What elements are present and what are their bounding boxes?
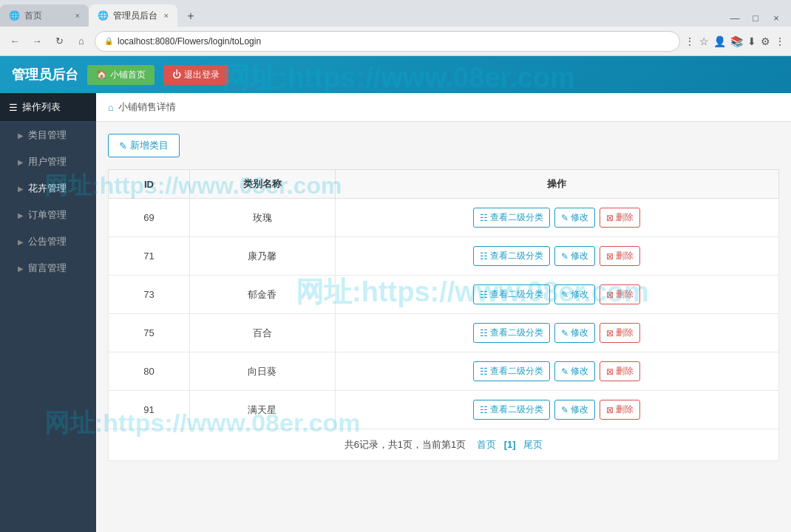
- delete-icon: ⊠: [606, 290, 614, 300]
- breadcrumb-text: 小铺销售详情: [118, 100, 176, 114]
- tab-homepage-label: 首页: [24, 10, 42, 22]
- view-icon: ☷: [480, 405, 488, 415]
- settings-icon[interactable]: ⚙: [761, 35, 770, 47]
- arrow-icon: ▶: [18, 265, 24, 273]
- delete-icon: ⊠: [606, 366, 614, 377]
- sidebar-order-label: 订单管理: [28, 208, 67, 222]
- sidebar-header-label: 操作列表: [22, 100, 61, 114]
- pagination-summary: 共6记录，共1页，当前第1页: [344, 439, 466, 450]
- breadcrumb-home-icon: ⌂: [108, 102, 114, 113]
- sidebar-item-feedback[interactable]: ▶ 留言管理: [0, 255, 96, 282]
- add-icon: ✎: [119, 140, 127, 151]
- table-row: 71 康乃馨 ☷ 查看二级分类 ✎ 修改 ⊠ 删除: [109, 237, 779, 276]
- col-action: 操作: [335, 170, 778, 199]
- tab-bar: 🌐 首页 × 🌐 管理员后台 × + — □ ×: [0, 0, 791, 27]
- browser-right-icons: ⋮ ☆ 👤 📚 ⬇ ⚙ ⋮: [685, 35, 785, 47]
- home-button-app[interactable]: 🏠 小铺首页: [87, 65, 155, 85]
- pagination-pages[interactable]: [1]: [504, 439, 516, 450]
- tab-admin-label: 管理员后台: [113, 10, 157, 22]
- view-subcategory-button[interactable]: ☷ 查看二级分类: [473, 284, 550, 304]
- table-row: 75 百合 ☷ 查看二级分类 ✎ 修改 ⊠ 删除: [109, 314, 779, 352]
- delete-button[interactable]: ⊠ 删除: [600, 246, 640, 266]
- edit-button[interactable]: ✎ 修改: [554, 400, 595, 420]
- cell-actions: ☷ 查看二级分类 ✎ 修改 ⊠ 删除: [335, 199, 778, 237]
- table-row: 80 向日葵 ☷ 查看二级分类 ✎ 修改 ⊠ 删除: [109, 352, 779, 391]
- edit-icon: ✎: [561, 251, 568, 262]
- home-button[interactable]: ⌂: [72, 33, 90, 50]
- edit-button[interactable]: ✎ 修改: [554, 246, 595, 266]
- sidebar-item-flower[interactable]: ▶ 花卉管理: [0, 175, 96, 202]
- minimize-button[interactable]: —: [726, 9, 744, 27]
- edit-button[interactable]: ✎ 修改: [554, 323, 595, 343]
- arrow-icon: ▶: [18, 238, 24, 246]
- new-tab-button[interactable]: +: [180, 6, 201, 27]
- tab-homepage-close[interactable]: ×: [75, 11, 80, 20]
- edit-icon: ✎: [561, 290, 568, 300]
- cell-actions: ☷ 查看二级分类 ✎ 修改 ⊠ 删除: [335, 237, 778, 276]
- view-subcategory-button[interactable]: ☷ 查看二级分类: [473, 361, 550, 381]
- tab-admin[interactable]: 🌐 管理员后台 ×: [89, 4, 177, 27]
- reload-button[interactable]: ↻: [50, 33, 68, 50]
- bookmark-icon[interactable]: ☆: [699, 35, 709, 47]
- menu-icon[interactable]: ⋮: [775, 35, 785, 47]
- cell-id: 73: [109, 276, 190, 314]
- maximize-button[interactable]: □: [747, 9, 764, 27]
- delete-button[interactable]: ⊠ 删除: [600, 361, 640, 381]
- cell-name: 向日葵: [189, 352, 335, 391]
- edit-button[interactable]: ✎ 修改: [554, 208, 595, 228]
- cell-id: 80: [109, 352, 190, 391]
- cell-actions: ☷ 查看二级分类 ✎ 修改 ⊠ 删除: [335, 352, 778, 391]
- tab-homepage[interactable]: 🌐 首页 ×: [0, 4, 89, 27]
- cell-name: 康乃馨: [189, 237, 335, 276]
- download-icon[interactable]: ⬇: [747, 35, 756, 47]
- back-button[interactable]: ←: [6, 33, 24, 50]
- address-text: localhost:8080/Flowers/login/toLogin: [118, 36, 261, 47]
- extensions-icon[interactable]: ⋮: [685, 35, 695, 47]
- view-subcategory-button[interactable]: ☷ 查看二级分类: [473, 208, 550, 228]
- close-button[interactable]: ×: [767, 9, 785, 27]
- sidebar-category-label: 类目管理: [28, 129, 67, 142]
- edit-button[interactable]: ✎ 修改: [554, 284, 595, 304]
- sidebar-header: ☰ 操作列表: [0, 93, 96, 122]
- cell-id: 71: [109, 237, 190, 276]
- pagination-first[interactable]: 首页: [477, 439, 496, 450]
- sidebar-feedback-label: 留言管理: [28, 262, 67, 275]
- add-category-label: 新增类目: [130, 139, 169, 152]
- sidebar: ☰ 操作列表 ▶ 类目管理 ▶ 用户管理 ▶ 花卉管理 ▶ 订单管理 ▶ 公告管…: [0, 93, 96, 532]
- edit-icon: ✎: [561, 213, 568, 223]
- home-icon: 🏠: [96, 69, 107, 80]
- tab-admin-close[interactable]: ×: [164, 11, 169, 20]
- view-subcategory-button[interactable]: ☷ 查看二级分类: [473, 400, 550, 420]
- view-subcategory-button[interactable]: ☷ 查看二级分类: [473, 323, 550, 343]
- delete-button[interactable]: ⊠ 删除: [600, 323, 640, 343]
- tab-admin-favicon: 🌐: [98, 10, 109, 21]
- delete-button[interactable]: ⊠ 删除: [600, 208, 640, 228]
- view-icon: ☷: [480, 290, 488, 300]
- app-title: 管理员后台: [12, 66, 78, 83]
- edit-icon: ✎: [561, 405, 568, 415]
- logout-icon: ⏻: [172, 69, 181, 80]
- lock-icon: 🔒: [104, 37, 113, 45]
- cell-name: 郁金香: [189, 276, 335, 314]
- add-category-button[interactable]: ✎ 新增类目: [108, 134, 180, 157]
- logout-button[interactable]: ⏻ 退出登录: [163, 65, 228, 85]
- sidebar-flower-label: 花卉管理: [28, 182, 67, 195]
- content-area: ⌂ 小铺销售详情 ✎ 新增类目 ID 类别名称 操作: [96, 93, 791, 532]
- delete-button[interactable]: ⊠ 删除: [600, 400, 640, 420]
- profile-icon[interactable]: 👤: [713, 35, 726, 47]
- address-bar[interactable]: 🔒 localhost:8080/Flowers/login/toLogin: [95, 31, 680, 52]
- sidebar-item-order[interactable]: ▶ 订单管理: [0, 202, 96, 228]
- forward-button[interactable]: →: [28, 33, 46, 50]
- pagination-last[interactable]: 尾页: [523, 439, 543, 450]
- cell-name: 玫瑰: [189, 199, 335, 237]
- edit-button[interactable]: ✎ 修改: [554, 361, 595, 381]
- sidebar-item-user[interactable]: ▶ 用户管理: [0, 149, 96, 175]
- view-subcategory-button[interactable]: ☷ 查看二级分类: [473, 246, 550, 266]
- view-icon: ☷: [480, 328, 488, 338]
- delete-button[interactable]: ⊠ 删除: [600, 284, 640, 304]
- arrow-icon: ▶: [18, 158, 24, 166]
- bookmark-list-icon[interactable]: 📚: [730, 35, 743, 47]
- sidebar-item-announcement[interactable]: ▶ 公告管理: [0, 228, 96, 255]
- edit-icon: ✎: [561, 328, 568, 338]
- sidebar-item-category[interactable]: ▶ 类目管理: [0, 122, 96, 149]
